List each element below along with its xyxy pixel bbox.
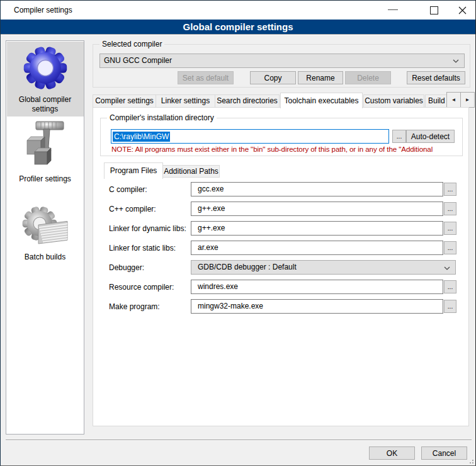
linker-static-browse-button[interactable]: ... xyxy=(444,241,456,254)
tab-build-options[interactable]: Build options xyxy=(425,94,447,108)
close-icon xyxy=(458,6,467,15)
resource-compiler-input[interactable]: windres.exe xyxy=(191,280,443,294)
page-title: Global compiler settings xyxy=(1,20,475,34)
make-program-label: Make program: xyxy=(109,302,160,311)
subtab-program-files[interactable]: Program Files xyxy=(104,162,163,179)
c-compiler-input[interactable]: gcc.exe xyxy=(191,182,443,196)
note-text: NOTE: All programs must exist either in … xyxy=(111,145,463,153)
cpp-compiler-label: C++ compiler: xyxy=(109,205,156,213)
maximize-button[interactable] xyxy=(430,6,438,14)
browse-directory-button[interactable]: ... xyxy=(392,130,406,143)
tab-compiler-settings[interactable]: Compiler settings xyxy=(93,94,156,108)
tab-search-directories[interactable]: Search directories xyxy=(215,94,280,108)
cpp-compiler-input[interactable]: g++.exe xyxy=(191,202,443,216)
resource-compiler-label: Resource compiler: xyxy=(109,283,174,292)
reset-defaults-button[interactable]: Reset defaults xyxy=(407,71,465,84)
linker-dynamic-input[interactable]: g++.exe xyxy=(191,221,443,236)
sidebar-item-label-line2: settings xyxy=(6,105,84,113)
make-program-browse-button[interactable]: ... xyxy=(444,300,456,313)
installation-directory-group-label: Compiler's installation directory xyxy=(107,113,217,122)
c-compiler-browse-button[interactable]: ... xyxy=(444,183,456,196)
global-compiler-settings-gear-icon xyxy=(22,43,69,93)
installation-directory-input[interactable]: C:\raylib\MinGW xyxy=(111,129,389,144)
debugger-select-value: GDB/CDB debugger : Default xyxy=(198,263,297,271)
installation-directory-value: C:\raylib\MinGW xyxy=(113,132,170,142)
chevron-down-icon xyxy=(444,266,450,270)
batch-builds-icon xyxy=(21,203,70,249)
minimize-button[interactable] xyxy=(388,9,399,11)
resize-grip[interactable] xyxy=(468,458,473,463)
cpp-compiler-browse-button[interactable]: ... xyxy=(444,202,456,215)
window-title: Compiler settings xyxy=(14,6,72,14)
set-as-default-button[interactable]: Set as default xyxy=(178,71,234,84)
make-program-input[interactable]: mingw32-make.exe xyxy=(191,299,443,314)
arrow-right-icon: ► xyxy=(465,97,470,103)
resource-compiler-browse-button[interactable]: ... xyxy=(444,280,456,293)
linker-dynamic-browse-button[interactable]: ... xyxy=(444,222,456,235)
close-button[interactable] xyxy=(458,6,467,15)
linker-static-label: Linker for static libs: xyxy=(109,244,176,253)
selected-compiler-group-label: Selected compiler xyxy=(99,40,164,48)
ok-button[interactable]: OK xyxy=(369,446,415,460)
tab-custom-variables[interactable]: Custom variables xyxy=(363,94,424,108)
tab-linker-settings[interactable]: Linker settings xyxy=(156,94,215,108)
rename-button[interactable]: Rename xyxy=(298,71,343,84)
settings-category-list: Global compiler settings Profiler settin… xyxy=(6,40,84,435)
c-compiler-label: C compiler: xyxy=(109,185,147,194)
sidebar-item-profiler-settings[interactable]: Profiler settings xyxy=(6,174,84,183)
copy-button[interactable]: Copy xyxy=(250,71,296,84)
tab-toolchain-executables[interactable]: Toolchain executables xyxy=(280,93,363,108)
cancel-button[interactable]: Cancel xyxy=(421,446,467,460)
sidebar-item-batch-builds[interactable]: Batch builds xyxy=(6,253,84,261)
auto-detect-button[interactable]: Auto-detect xyxy=(406,130,455,143)
chevron-down-icon xyxy=(453,59,459,63)
compiler-select-value: GNU GCC Compiler xyxy=(104,56,172,65)
title-bar: Compiler settings xyxy=(1,1,475,20)
debugger-select[interactable]: GDB/CDB debugger : Default xyxy=(191,260,456,275)
linker-static-input[interactable]: ar.exe xyxy=(191,241,443,255)
dialog-window: Compiler settings Global compiler settin… xyxy=(0,0,476,466)
tab-scroll-left-button[interactable]: ◄ xyxy=(446,92,461,108)
arrow-left-icon: ◄ xyxy=(451,97,456,103)
profiler-settings-icon xyxy=(25,119,66,172)
subtab-additional-paths[interactable]: Additional Paths xyxy=(162,165,220,178)
linker-dynamic-label: Linker for dynamic libs: xyxy=(109,224,186,233)
debugger-label: Debugger: xyxy=(109,263,144,272)
compiler-select[interactable]: GNU GCC Compiler xyxy=(99,54,465,68)
delete-button[interactable]: Delete xyxy=(345,71,391,84)
tab-scroll-right-button[interactable]: ► xyxy=(460,92,475,108)
sidebar-item-label-line1: Global compiler xyxy=(6,95,84,104)
